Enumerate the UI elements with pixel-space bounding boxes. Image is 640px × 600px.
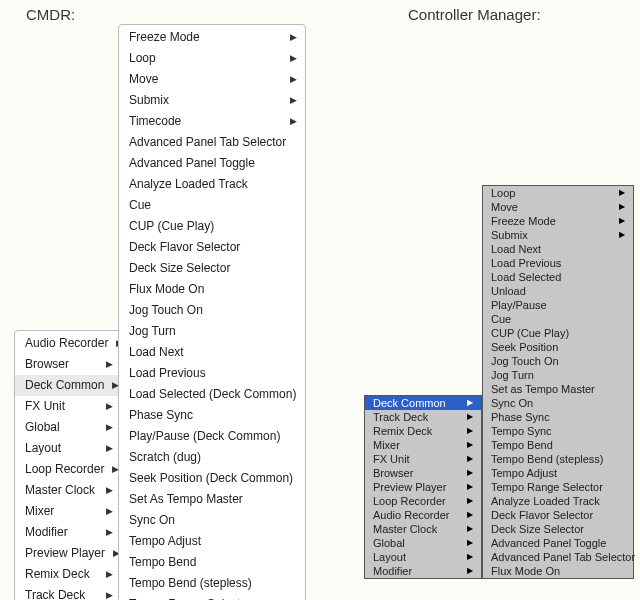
cm-sub-item[interactable]: Move▶ xyxy=(483,200,633,214)
cmdr-sub-item[interactable]: Load Next xyxy=(119,342,305,363)
cm-sub-item[interactable]: Seek Position xyxy=(483,340,633,354)
cmdr-sub-item[interactable]: Seek Position (Deck Common) xyxy=(119,468,305,489)
cmdr-category-item[interactable]: FX Unit▶ xyxy=(15,396,121,417)
cmdr-category-item[interactable]: Modifier▶ xyxy=(15,522,121,543)
cmdr-category-item[interactable]: Preview Player▶ xyxy=(15,543,121,564)
cmdr-sub-item[interactable]: Deck Flavor Selector xyxy=(119,237,305,258)
cmdr-sub-item[interactable]: Tempo Range Selector xyxy=(119,594,305,600)
cm-category-item[interactable]: Mixer▶ xyxy=(365,438,481,452)
cm-category-item-label: Track Deck xyxy=(373,410,428,424)
cmdr-sub-item[interactable]: CUP (Cue Play) xyxy=(119,216,305,237)
cmdr-category-menu[interactable]: Audio Recorder▶Browser▶Deck Common▶FX Un… xyxy=(14,330,122,600)
cmdr-sub-item[interactable]: Set As Tempo Master xyxy=(119,489,305,510)
cm-sub-item[interactable]: Load Selected xyxy=(483,270,633,284)
cm-category-item[interactable]: Preview Player▶ xyxy=(365,480,481,494)
cm-category-item[interactable]: Audio Recorder▶ xyxy=(365,508,481,522)
cm-sub-item[interactable]: Load Next xyxy=(483,242,633,256)
cm-deck-common-submenu[interactable]: Loop▶Move▶Freeze Mode▶Submix▶Load NextLo… xyxy=(482,185,634,579)
cmdr-deck-common-submenu[interactable]: Freeze Mode▶Loop▶Move▶Submix▶Timecode▶Ad… xyxy=(118,24,306,600)
cm-sub-item[interactable]: Jog Touch On xyxy=(483,354,633,368)
cm-sub-item[interactable]: Tempo Bend (stepless) xyxy=(483,452,633,466)
cm-category-item[interactable]: Browser▶ xyxy=(365,466,481,480)
cm-sub-item[interactable]: Advanced Panel Tab Selector xyxy=(483,550,633,564)
cm-category-item[interactable]: FX Unit▶ xyxy=(365,452,481,466)
submenu-arrow-icon: ▶ xyxy=(467,396,473,410)
cmdr-sub-item[interactable]: Flux Mode On xyxy=(119,279,305,300)
cmdr-sub-item[interactable]: Advanced Panel Tab Selector xyxy=(119,132,305,153)
cmdr-sub-item[interactable]: Cue xyxy=(119,195,305,216)
submenu-arrow-icon: ▶ xyxy=(467,536,473,550)
cm-sub-item-label: Tempo Range Selector xyxy=(491,480,603,494)
cmdr-sub-item[interactable]: Phase Sync xyxy=(119,405,305,426)
cm-sub-item[interactable]: Tempo Range Selector xyxy=(483,480,633,494)
cm-sub-item[interactable]: Jog Turn xyxy=(483,368,633,382)
cm-sub-item[interactable]: Play/Pause xyxy=(483,298,633,312)
cm-category-item[interactable]: Remix Deck▶ xyxy=(365,424,481,438)
cmdr-sub-item[interactable]: Jog Turn xyxy=(119,321,305,342)
cmdr-sub-item[interactable]: Jog Touch On xyxy=(119,300,305,321)
cm-sub-item[interactable]: Analyze Loaded Track xyxy=(483,494,633,508)
cm-sub-item[interactable]: Freeze Mode▶ xyxy=(483,214,633,228)
cmdr-category-item[interactable]: Remix Deck▶ xyxy=(15,564,121,585)
cm-sub-item-label: Tempo Bend (stepless) xyxy=(491,452,604,466)
cmdr-category-item[interactable]: Deck Common▶ xyxy=(15,375,121,396)
cmdr-sub-item[interactable]: Deck Size Selector xyxy=(119,258,305,279)
cm-sub-item[interactable]: Load Previous xyxy=(483,256,633,270)
cmdr-sub-item[interactable]: Freeze Mode▶ xyxy=(119,27,305,48)
cm-sub-item[interactable]: Phase Sync xyxy=(483,410,633,424)
cm-sub-item[interactable]: Cue xyxy=(483,312,633,326)
cm-sub-item-label: Phase Sync xyxy=(491,410,550,424)
cmdr-sub-item[interactable]: Move▶ xyxy=(119,69,305,90)
cm-sub-item[interactable]: Set as Tempo Master xyxy=(483,382,633,396)
submenu-arrow-icon: ▶ xyxy=(619,200,625,214)
cm-category-item[interactable]: Layout▶ xyxy=(365,550,481,564)
cm-category-item-label: Audio Recorder xyxy=(373,508,449,522)
cmdr-category-item[interactable]: Browser▶ xyxy=(15,354,121,375)
cm-sub-item[interactable]: Tempo Bend xyxy=(483,438,633,452)
cm-sub-item-label: Load Next xyxy=(491,242,541,256)
cmdr-category-item[interactable]: Loop Recorder▶ xyxy=(15,459,121,480)
cm-sub-item[interactable]: Tempo Sync xyxy=(483,424,633,438)
cm-sub-item[interactable]: Advanced Panel Toggle xyxy=(483,536,633,550)
cm-sub-item[interactable]: CUP (Cue Play) xyxy=(483,326,633,340)
cmdr-sub-item[interactable]: Timecode▶ xyxy=(119,111,305,132)
cmdr-sub-item[interactable]: Analyze Loaded Track xyxy=(119,174,305,195)
cm-sub-item-label: Move xyxy=(491,200,518,214)
cm-sub-item[interactable]: Loop▶ xyxy=(483,186,633,200)
cmdr-sub-item[interactable]: Advanced Panel Toggle xyxy=(119,153,305,174)
cm-sub-item[interactable]: Flux Mode On xyxy=(483,564,633,578)
cmdr-sub-item-label: Tempo Adjust xyxy=(129,533,201,550)
cmdr-sub-item[interactable]: Load Selected (Deck Common) xyxy=(119,384,305,405)
cm-sub-item[interactable]: Tempo Adjust xyxy=(483,466,633,480)
cm-sub-item[interactable]: Deck Size Selector xyxy=(483,522,633,536)
cm-sub-item[interactable]: Sync On xyxy=(483,396,633,410)
cmdr-sub-item[interactable]: Submix▶ xyxy=(119,90,305,111)
cm-category-item[interactable]: Master Clock▶ xyxy=(365,522,481,536)
cm-sub-item[interactable]: Unload xyxy=(483,284,633,298)
cmdr-sub-item[interactable]: Play/Pause (Deck Common) xyxy=(119,426,305,447)
cmdr-sub-item[interactable]: Sync On xyxy=(119,510,305,531)
cm-category-item-label: Modifier xyxy=(373,564,412,578)
cm-sub-item[interactable]: Deck Flavor Selector xyxy=(483,508,633,522)
cmdr-sub-item[interactable]: Load Previous xyxy=(119,363,305,384)
cmdr-sub-item[interactable]: Tempo Bend xyxy=(119,552,305,573)
cm-category-item[interactable]: Modifier▶ xyxy=(365,564,481,578)
cm-sub-item[interactable]: Submix▶ xyxy=(483,228,633,242)
cm-category-item[interactable]: Loop Recorder▶ xyxy=(365,494,481,508)
cmdr-category-item[interactable]: Audio Recorder▶ xyxy=(15,333,121,354)
cmdr-category-item[interactable]: Master Clock▶ xyxy=(15,480,121,501)
cmdr-category-item[interactable]: Track Deck▶ xyxy=(15,585,121,600)
cmdr-sub-item[interactable]: Scratch (dug) xyxy=(119,447,305,468)
cmdr-sub-item[interactable]: Loop▶ xyxy=(119,48,305,69)
cmdr-category-item[interactable]: Global▶ xyxy=(15,417,121,438)
cmdr-category-item[interactable]: Mixer▶ xyxy=(15,501,121,522)
cm-category-item[interactable]: Track Deck▶ xyxy=(365,410,481,424)
submenu-arrow-icon: ▶ xyxy=(290,92,297,109)
cm-category-item[interactable]: Global▶ xyxy=(365,536,481,550)
cmdr-sub-item-label: Analyze Loaded Track xyxy=(129,176,248,193)
cmdr-sub-item[interactable]: Tempo Bend (stepless) xyxy=(119,573,305,594)
cm-category-menu[interactable]: Deck Common▶Track Deck▶Remix Deck▶Mixer▶… xyxy=(364,395,482,579)
cmdr-category-item[interactable]: Layout▶ xyxy=(15,438,121,459)
cmdr-sub-item[interactable]: Tempo Adjust xyxy=(119,531,305,552)
cm-category-item[interactable]: Deck Common▶ xyxy=(365,396,481,410)
